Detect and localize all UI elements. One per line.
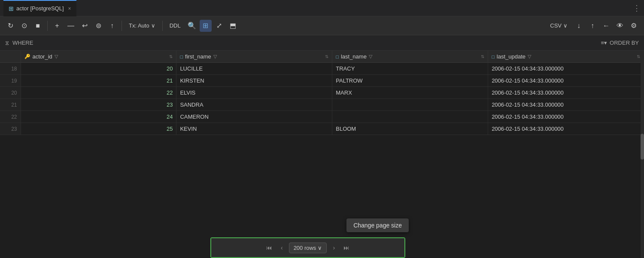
next-page-button[interactable]: › [330, 243, 337, 252]
cell-last-name: PALTROW [332, 75, 488, 87]
undo-button[interactable]: ↩ [79, 20, 91, 32]
cell-last-update: 2006-02-15 04:34:33.000000 [488, 123, 644, 135]
cell-first-name: KIRSTEN [176, 75, 332, 87]
table-row[interactable]: 20 22 ELVIS MARX 2006-02-15 04:34:33.000… [0, 87, 644, 99]
first-name-filter-icon[interactable]: ▽ [213, 54, 217, 59]
cell-last-name [332, 99, 488, 111]
actor-id-col-icon: 🔑 [24, 54, 30, 59]
divider-2 [122, 21, 122, 31]
cell-first-name: ELVIS [176, 87, 332, 99]
last-name-col-icon: □ [336, 54, 339, 59]
csv-button[interactable]: CSV ∨ [547, 21, 571, 31]
history-button[interactable]: ⊙ [18, 20, 30, 32]
back-arrow-button[interactable]: ← [600, 20, 612, 32]
table-row[interactable]: 19 21 KIRSTEN PALTROW 2006-02-15 04:34:3… [0, 75, 644, 87]
last-page-button[interactable]: ⏭ [341, 243, 352, 252]
cell-first-name: SANDRA [176, 99, 332, 111]
last-update-col-icon: □ [492, 54, 495, 59]
row-number: 23 [0, 123, 21, 135]
submit-button[interactable]: ↑ [106, 20, 118, 32]
cell-last-name: TRACY [332, 63, 488, 75]
table-row[interactable]: 23 25 KEVIN BLOOM 2006-02-15 04:34:33.00… [0, 123, 644, 135]
tab-bar: ⊞ actor [PostgreSQL] × ⋮ [0, 0, 644, 16]
pagination-bar: ⏮ ‹ 200 rows ∨ › ⏭ [211, 238, 404, 257]
preview-button[interactable]: 👁 [614, 20, 626, 32]
search-button[interactable]: 🔍 [186, 20, 198, 32]
cell-actor-id: 23 [21, 99, 176, 111]
first-page-button[interactable]: ⏮ [264, 243, 275, 252]
cell-actor-id: 21 [21, 75, 176, 87]
refresh-button[interactable]: ↻ [4, 20, 16, 32]
tab-more-button[interactable]: ⋮ [633, 3, 641, 13]
scrollbar-thumb[interactable] [641, 134, 644, 160]
upload-share-button[interactable]: ↑ [586, 20, 598, 32]
stop-button[interactable]: ■ [32, 20, 44, 32]
order-label: ORDER BY [610, 40, 639, 46]
last-update-sort-icon[interactable]: ⇅ [637, 54, 640, 59]
filter-icon: ⧖ [5, 40, 9, 46]
actor-id-header: 🔑 actor_id ▽ ⇅ [21, 51, 176, 63]
order-by-filter[interactable]: ≡▾ ORDER BY [601, 40, 639, 46]
tab-actor[interactable]: ⊞ actor [PostgreSQL] × [3, 0, 76, 16]
table-icon: ⊞ [9, 5, 14, 12]
first-name-sort-icon[interactable]: ⇅ [325, 54, 328, 59]
cell-actor-id: 25 [21, 123, 176, 135]
transaction-button[interactable]: Tx: Auto ∨ [125, 21, 159, 31]
row-number: 18 [0, 63, 21, 75]
row-number: 20 [0, 87, 21, 99]
cell-last-name [332, 111, 488, 123]
csv-chevron-icon: ∨ [563, 22, 568, 29]
row-number: 22 [0, 111, 21, 123]
actor-id-col-label: actor_id [33, 53, 52, 60]
first-name-col-label: first_name [185, 53, 211, 60]
vertical-scrollbar[interactable] [641, 51, 644, 258]
pagination-overlay: Change page size ⏮ ‹ 200 rows ∨ › ⏭ [210, 237, 405, 258]
table-container: 🔑 actor_id ▽ ⇅ □ first_name ▽ ⇅ [0, 51, 644, 258]
page-size-button[interactable]: 200 rows ∨ [289, 243, 327, 253]
delete-row-button[interactable]: — [65, 20, 77, 32]
cell-last-update: 2006-02-15 04:34:33.000000 [488, 87, 644, 99]
ddl-button[interactable]: DDL [166, 21, 184, 31]
settings-button[interactable]: ⚙ [628, 20, 640, 32]
main-area: 🔑 actor_id ▽ ⇅ □ first_name ▽ ⇅ [0, 51, 644, 258]
first-name-header: □ first_name ▽ ⇅ [176, 51, 332, 63]
tx-chevron-icon: ∨ [151, 22, 155, 29]
order-icon: ≡▾ [601, 40, 608, 46]
cell-last-update: 2006-02-15 04:34:33.000000 [488, 111, 644, 123]
last-name-filter-icon[interactable]: ▽ [369, 54, 372, 59]
where-label: WHERE [12, 40, 33, 46]
actor-id-filter-icon[interactable]: ▽ [55, 54, 58, 59]
cell-first-name: CAMERON [176, 111, 332, 123]
prev-page-button[interactable]: ‹ [278, 243, 286, 252]
last-name-sort-icon[interactable]: ⇅ [481, 54, 484, 59]
tab-close-button[interactable]: × [68, 6, 71, 12]
tab-title: actor [PostgreSQL] [16, 5, 64, 12]
cell-last-name: MARX [332, 87, 488, 99]
first-name-col-icon: □ [180, 54, 183, 59]
export-button[interactable]: ⬒ [227, 20, 239, 32]
cell-last-name: BLOOM [332, 123, 488, 135]
page-size-chevron-icon: ∨ [318, 245, 322, 251]
data-table: 🔑 actor_id ▽ ⇅ □ first_name ▽ ⇅ [0, 51, 644, 135]
cell-last-update: 2006-02-15 04:34:33.000000 [488, 75, 644, 87]
chart-view-button[interactable]: ⤢ [213, 20, 225, 32]
last-update-col-label: last_update [497, 53, 526, 60]
download-button[interactable]: ↓ [573, 20, 585, 32]
copy-button[interactable]: ⊚ [92, 20, 104, 32]
table-row[interactable]: 22 24 CAMERON 2006-02-15 04:34:33.000000 [0, 111, 644, 123]
table-row[interactable]: 18 20 LUCILLE TRACY 2006-02-15 04:34:33.… [0, 63, 644, 75]
table-row[interactable]: 21 23 SANDRA 2006-02-15 04:34:33.000000 [0, 99, 644, 111]
actor-id-sort-icon[interactable]: ⇅ [169, 54, 173, 59]
grid-view-button[interactable]: ⊞ [200, 20, 212, 32]
cell-last-update: 2006-02-15 04:34:33.000000 [488, 63, 644, 75]
cell-actor-id: 24 [21, 111, 176, 123]
add-row-button[interactable]: + [51, 20, 63, 32]
table-header-row: 🔑 actor_id ▽ ⇅ □ first_name ▽ ⇅ [0, 51, 644, 63]
divider-3 [162, 21, 163, 31]
row-number: 21 [0, 99, 21, 111]
last-update-filter-icon[interactable]: ▽ [528, 54, 531, 59]
cell-actor-id: 22 [21, 87, 176, 99]
last-name-header: □ last_name ▽ ⇅ [332, 51, 488, 63]
filter-bar: ⧖ WHERE ≡▾ ORDER BY [0, 35, 644, 51]
where-filter[interactable]: ⧖ WHERE [5, 40, 33, 46]
